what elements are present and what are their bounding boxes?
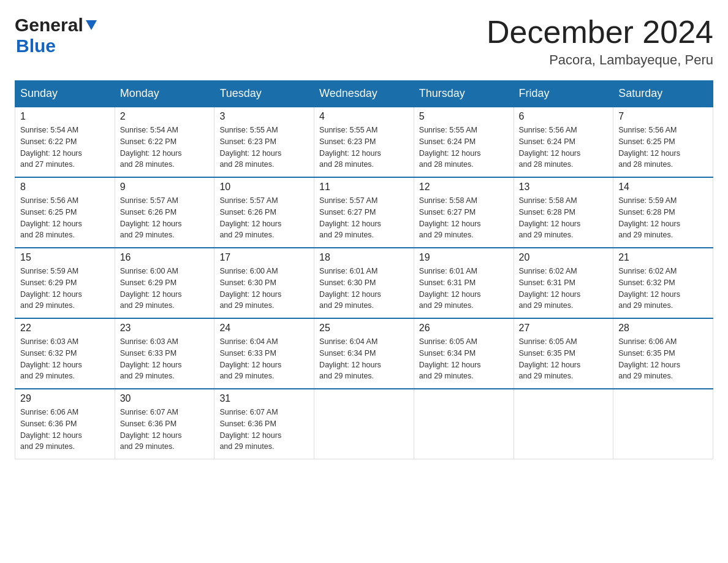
calendar-cell: 8Sunrise: 5:56 AMSunset: 6:25 PMDaylight… bbox=[15, 177, 115, 248]
day-info: Sunrise: 5:57 AMSunset: 6:27 PMDaylight:… bbox=[319, 195, 409, 241]
day-number: 13 bbox=[519, 182, 609, 193]
calendar-week-row: 22Sunrise: 6:03 AMSunset: 6:32 PMDayligh… bbox=[15, 318, 713, 389]
month-year-title: December 2024 bbox=[487, 15, 713, 50]
day-info: Sunrise: 6:07 AMSunset: 6:36 PMDaylight:… bbox=[120, 407, 210, 453]
calendar-cell: 30Sunrise: 6:07 AMSunset: 6:36 PMDayligh… bbox=[115, 389, 214, 459]
day-info: Sunrise: 5:57 AMSunset: 6:26 PMDaylight:… bbox=[120, 195, 210, 241]
calendar-header-sunday: Sunday bbox=[15, 81, 115, 107]
calendar-week-row: 15Sunrise: 5:59 AMSunset: 6:29 PMDayligh… bbox=[15, 248, 713, 318]
day-number: 22 bbox=[20, 323, 110, 334]
day-info: Sunrise: 5:59 AMSunset: 6:28 PMDaylight:… bbox=[618, 195, 708, 241]
calendar-header-wednesday: Wednesday bbox=[314, 81, 414, 107]
day-number: 24 bbox=[219, 323, 309, 334]
day-info: Sunrise: 5:56 AMSunset: 6:24 PMDaylight:… bbox=[519, 124, 609, 170]
calendar-cell: 31Sunrise: 6:07 AMSunset: 6:36 PMDayligh… bbox=[214, 389, 314, 459]
calendar-header-monday: Monday bbox=[115, 81, 214, 107]
day-number: 3 bbox=[219, 111, 309, 122]
day-info: Sunrise: 5:56 AMSunset: 6:25 PMDaylight:… bbox=[618, 124, 708, 170]
day-number: 17 bbox=[219, 252, 309, 263]
day-info: Sunrise: 6:00 AMSunset: 6:30 PMDaylight:… bbox=[219, 266, 309, 312]
calendar-table: SundayMondayTuesdayWednesdayThursdayFrid… bbox=[15, 80, 713, 459]
calendar-cell: 5Sunrise: 5:55 AMSunset: 6:24 PMDaylight… bbox=[414, 107, 514, 177]
day-info: Sunrise: 6:04 AMSunset: 6:34 PMDaylight:… bbox=[319, 336, 409, 382]
calendar-cell bbox=[414, 389, 514, 459]
day-info: Sunrise: 6:03 AMSunset: 6:32 PMDaylight:… bbox=[20, 336, 110, 382]
day-info: Sunrise: 6:04 AMSunset: 6:33 PMDaylight:… bbox=[219, 336, 309, 382]
calendar-cell: 22Sunrise: 6:03 AMSunset: 6:32 PMDayligh… bbox=[15, 318, 115, 389]
calendar-cell: 25Sunrise: 6:04 AMSunset: 6:34 PMDayligh… bbox=[314, 318, 414, 389]
day-number: 1 bbox=[20, 111, 110, 122]
day-info: Sunrise: 6:03 AMSunset: 6:33 PMDaylight:… bbox=[120, 336, 210, 382]
calendar-cell: 24Sunrise: 6:04 AMSunset: 6:33 PMDayligh… bbox=[214, 318, 314, 389]
logo-blue-text: Blue bbox=[16, 36, 56, 56]
day-number: 8 bbox=[20, 182, 110, 193]
logo-general-text: General bbox=[15, 15, 83, 36]
calendar-cell: 4Sunrise: 5:55 AMSunset: 6:23 PMDaylight… bbox=[314, 107, 414, 177]
calendar-week-row: 8Sunrise: 5:56 AMSunset: 6:25 PMDaylight… bbox=[15, 177, 713, 248]
calendar-cell: 16Sunrise: 6:00 AMSunset: 6:29 PMDayligh… bbox=[115, 248, 214, 318]
day-number: 10 bbox=[219, 182, 309, 193]
day-info: Sunrise: 6:01 AMSunset: 6:30 PMDaylight:… bbox=[319, 266, 409, 312]
day-number: 27 bbox=[519, 323, 609, 334]
day-number: 11 bbox=[319, 182, 409, 193]
calendar-cell: 13Sunrise: 5:58 AMSunset: 6:28 PMDayligh… bbox=[514, 177, 613, 248]
day-info: Sunrise: 5:54 AMSunset: 6:22 PMDaylight:… bbox=[120, 124, 210, 170]
day-info: Sunrise: 6:00 AMSunset: 6:29 PMDaylight:… bbox=[120, 266, 210, 312]
day-number: 25 bbox=[319, 323, 409, 334]
day-number: 28 bbox=[618, 323, 708, 334]
calendar-cell: 6Sunrise: 5:56 AMSunset: 6:24 PMDaylight… bbox=[514, 107, 613, 177]
logo: General Blue bbox=[15, 15, 98, 56]
day-info: Sunrise: 5:55 AMSunset: 6:23 PMDaylight:… bbox=[319, 124, 409, 170]
calendar-cell: 26Sunrise: 6:05 AMSunset: 6:34 PMDayligh… bbox=[414, 318, 514, 389]
day-info: Sunrise: 5:59 AMSunset: 6:29 PMDaylight:… bbox=[20, 266, 110, 312]
calendar-cell: 11Sunrise: 5:57 AMSunset: 6:27 PMDayligh… bbox=[314, 177, 414, 248]
day-number: 6 bbox=[519, 111, 609, 122]
day-info: Sunrise: 6:01 AMSunset: 6:31 PMDaylight:… bbox=[419, 266, 509, 312]
calendar-cell: 29Sunrise: 6:06 AMSunset: 6:36 PMDayligh… bbox=[15, 389, 115, 459]
calendar-header-tuesday: Tuesday bbox=[214, 81, 314, 107]
calendar-cell: 9Sunrise: 5:57 AMSunset: 6:26 PMDaylight… bbox=[115, 177, 214, 248]
calendar-cell: 27Sunrise: 6:05 AMSunset: 6:35 PMDayligh… bbox=[514, 318, 613, 389]
day-info: Sunrise: 6:07 AMSunset: 6:36 PMDaylight:… bbox=[219, 407, 309, 453]
day-info: Sunrise: 6:06 AMSunset: 6:35 PMDaylight:… bbox=[618, 336, 708, 382]
day-info: Sunrise: 5:58 AMSunset: 6:27 PMDaylight:… bbox=[419, 195, 509, 241]
day-number: 5 bbox=[419, 111, 509, 122]
day-number: 19 bbox=[419, 252, 509, 263]
calendar-week-row: 1Sunrise: 5:54 AMSunset: 6:22 PMDaylight… bbox=[15, 107, 713, 177]
calendar-cell: 23Sunrise: 6:03 AMSunset: 6:33 PMDayligh… bbox=[115, 318, 214, 389]
day-info: Sunrise: 5:56 AMSunset: 6:25 PMDaylight:… bbox=[20, 195, 110, 241]
day-number: 30 bbox=[120, 393, 210, 404]
day-number: 31 bbox=[219, 393, 309, 404]
calendar-week-row: 29Sunrise: 6:06 AMSunset: 6:36 PMDayligh… bbox=[15, 389, 713, 459]
day-info: Sunrise: 6:06 AMSunset: 6:36 PMDaylight:… bbox=[20, 407, 110, 453]
calendar-cell: 20Sunrise: 6:02 AMSunset: 6:31 PMDayligh… bbox=[514, 248, 613, 318]
day-number: 16 bbox=[120, 252, 210, 263]
day-number: 21 bbox=[618, 252, 708, 263]
day-number: 12 bbox=[419, 182, 509, 193]
calendar-cell bbox=[514, 389, 613, 459]
day-info: Sunrise: 5:54 AMSunset: 6:22 PMDaylight:… bbox=[20, 124, 110, 170]
calendar-cell: 19Sunrise: 6:01 AMSunset: 6:31 PMDayligh… bbox=[414, 248, 514, 318]
calendar-cell: 12Sunrise: 5:58 AMSunset: 6:27 PMDayligh… bbox=[414, 177, 514, 248]
day-number: 9 bbox=[120, 182, 210, 193]
day-number: 18 bbox=[319, 252, 409, 263]
calendar-cell: 21Sunrise: 6:02 AMSunset: 6:32 PMDayligh… bbox=[613, 248, 713, 318]
calendar-cell: 2Sunrise: 5:54 AMSunset: 6:22 PMDaylight… bbox=[115, 107, 214, 177]
calendar-header-row: SundayMondayTuesdayWednesdayThursdayFrid… bbox=[15, 81, 713, 107]
day-number: 15 bbox=[20, 252, 110, 263]
title-block: December 2024 Pacora, Lambayeque, Peru bbox=[487, 15, 713, 68]
calendar-cell: 1Sunrise: 5:54 AMSunset: 6:22 PMDaylight… bbox=[15, 107, 115, 177]
day-number: 26 bbox=[419, 323, 509, 334]
location-subtitle: Pacora, Lambayeque, Peru bbox=[487, 52, 713, 68]
day-number: 7 bbox=[618, 111, 708, 122]
day-info: Sunrise: 5:57 AMSunset: 6:26 PMDaylight:… bbox=[219, 195, 309, 241]
calendar-cell: 18Sunrise: 6:01 AMSunset: 6:30 PMDayligh… bbox=[314, 248, 414, 318]
calendar-cell bbox=[613, 389, 713, 459]
day-info: Sunrise: 6:05 AMSunset: 6:35 PMDaylight:… bbox=[519, 336, 609, 382]
calendar-cell bbox=[314, 389, 414, 459]
day-info: Sunrise: 5:55 AMSunset: 6:24 PMDaylight:… bbox=[419, 124, 509, 170]
calendar-body: 1Sunrise: 5:54 AMSunset: 6:22 PMDaylight… bbox=[15, 107, 713, 459]
calendar-cell: 15Sunrise: 5:59 AMSunset: 6:29 PMDayligh… bbox=[15, 248, 115, 318]
calendar-header-saturday: Saturday bbox=[613, 81, 713, 107]
day-number: 2 bbox=[120, 111, 210, 122]
